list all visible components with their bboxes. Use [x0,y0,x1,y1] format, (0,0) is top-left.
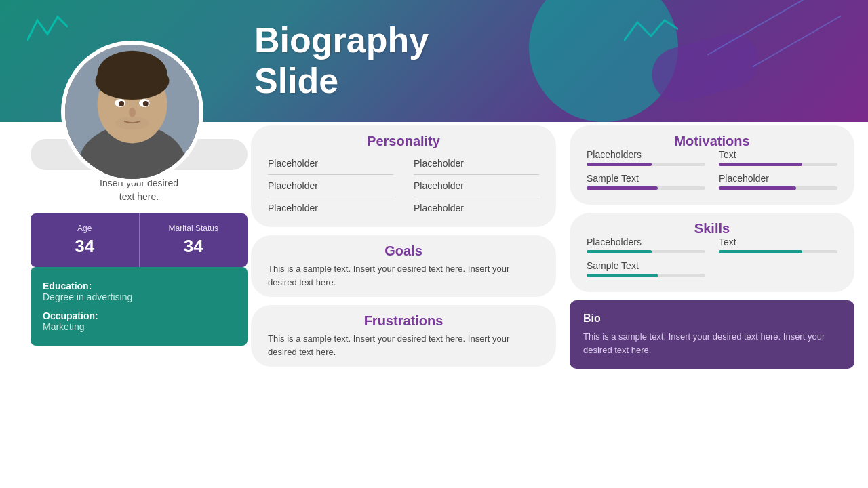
skill-label-1: Placeholders [587,237,705,247]
personality-item-1: Placeholder [268,152,393,175]
shape-line-2 [753,16,842,68]
skills-section: Skills Placeholders Sample Text [570,213,854,292]
personality-item-3: Placeholder [268,175,393,197]
bio-text: This is a sample text. Insert your desir… [583,330,841,357]
svg-point-5 [96,62,170,100]
svg-point-8 [119,101,124,106]
personality-section: Personality Placeholder Placeholder Plac… [251,125,556,227]
motivation-bar-2: Text [719,149,837,166]
personality-item-4: Placeholder [414,175,539,197]
motivations-col-1: Placeholders Sample Text [587,149,705,197]
motivations-col-2: Text Placeholder [719,149,837,197]
frustrations-text: This is a sample text. Insert your desir… [268,332,539,359]
main-content: Personality Placeholder Placeholder Plac… [251,125,854,474]
svg-point-9 [143,101,149,106]
age-value: 34 [37,236,132,257]
marital-value: 34 [146,236,241,257]
motivation-fill-2 [719,163,802,166]
motivation-track-4 [719,186,837,190]
avatar [61,41,203,183]
details-box: Education: Degree in advertising Occupat… [31,267,248,346]
header-title: Biography Slide [254,20,429,102]
skill-label-2: Text [719,237,837,247]
motivation-label-4: Placeholder [719,173,837,184]
shape-zigzag-left [27,14,68,53]
motivations-bars: Placeholders Sample Text [587,149,837,197]
skills-bars: Placeholders Sample Text [587,237,837,284]
svg-point-11 [115,117,149,130]
goals-section: Goals This is a sample text. Insert your… [251,235,556,297]
motivation-bar-1: Placeholders [587,149,705,166]
marital-label: Marital Status [146,224,241,233]
motivation-fill-3 [587,186,658,190]
skill-bar-1: Placeholders [587,237,705,253]
personality-grid: Placeholder Placeholder Placeholder Plac… [268,152,539,219]
skill-fill-3 [587,274,658,277]
skill-label-3: Sample Text [587,260,705,271]
motivation-fill-1 [587,163,652,166]
goals-title: Goals [268,243,539,259]
education-value: Degree in advertising [43,291,235,302]
skill-track-3 [587,274,705,277]
personality-item-5: Placeholder [268,197,393,219]
motivation-label-3: Sample Text [587,173,705,184]
personality-item-6: Placeholder [414,197,539,219]
motivation-label-1: Placeholders [587,149,705,160]
frustrations-section: Frustrations This is a sample text. Inse… [251,305,556,367]
goals-text: This is a sample text. Insert your desir… [268,262,539,289]
marital-stat: Marital Status 34 [140,214,248,267]
skill-track-1 [587,250,705,253]
skill-bar-3: Sample Text [587,260,705,277]
motivation-fill-4 [719,186,796,190]
occupation-value: Marketing [43,321,235,332]
age-label: Age [37,224,132,233]
left-column: Personality Placeholder Placeholder Plac… [251,125,556,474]
stats-box: Age 34 Marital Status 34 [31,214,248,267]
bio-title: Bio [583,312,841,325]
motivation-track-1 [587,163,705,166]
skills-col-1: Placeholders Sample Text [587,237,705,284]
age-stat: Age 34 [31,214,140,267]
frustrations-title: Frustrations [268,313,539,329]
skills-title: Skills [587,221,837,237]
education-label: Education: [43,281,235,291]
motivation-bar-4: Placeholder [719,173,837,190]
skills-col-2: Text [719,237,837,284]
motivations-title: Motivations [587,134,837,149]
personality-title: Personality [268,134,539,149]
person-photo [65,45,199,179]
occupation-label: Occupation: [43,310,235,321]
skill-bar-2: Text [719,237,837,253]
skill-track-2 [719,250,837,253]
svg-point-10 [129,108,136,117]
bio-section: Bio This is a sample text. Insert your d… [570,300,854,369]
slide: Biography Slide [0,0,868,488]
personality-item-2: Placeholder [414,152,539,175]
motivation-track-2 [719,163,837,166]
skill-fill-1 [587,250,652,253]
motivation-track-3 [587,186,705,190]
motivation-label-2: Text [719,149,837,160]
motivation-bar-3: Sample Text [587,173,705,190]
motivations-section: Motivations Placeholders Sample Text [570,125,854,205]
right-column: Motivations Placeholders Sample Text [570,125,854,474]
skill-fill-2 [719,250,802,253]
